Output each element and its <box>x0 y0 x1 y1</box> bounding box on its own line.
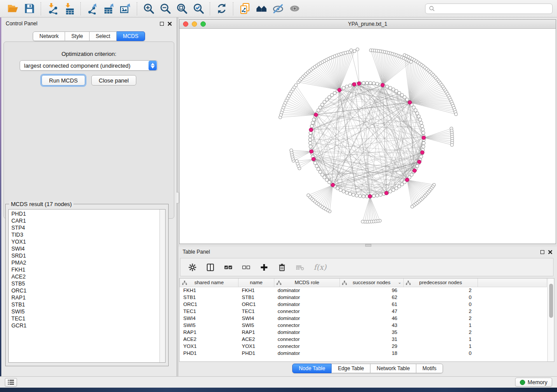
cell-successor[interactable]: 47 <box>340 308 404 315</box>
tab-style[interactable]: Style <box>65 31 90 41</box>
column-header-shared-name[interactable]: shared name <box>180 279 239 287</box>
deselect-all-rows-icon[interactable] <box>242 263 250 272</box>
cell-successor[interactable]: 96 <box>340 287 404 294</box>
float-panel-icon[interactable] <box>160 22 164 26</box>
cell-name[interactable]: YOX1 <box>239 343 274 350</box>
cell-successor[interactable]: 29 <box>340 343 404 350</box>
result-node-item[interactable]: GCR1 <box>11 322 165 329</box>
result-node-item[interactable]: STB5 <box>11 280 165 287</box>
result-node-item[interactable]: STP4 <box>11 224 165 231</box>
table-row[interactable]: YOX1YOX1connector291 <box>180 343 547 350</box>
export-image-icon[interactable] <box>117 1 134 16</box>
cell-mcds_role[interactable]: connector <box>274 336 340 343</box>
column-header-MCDS-role[interactable]: MCDS role <box>274 279 340 287</box>
new-network-from-selection-icon[interactable] <box>236 1 253 16</box>
cell-predecessor[interactable]: 0 <box>404 350 478 357</box>
column-header-name[interactable]: name <box>239 279 274 287</box>
scrollbar-thumb[interactable] <box>549 284 553 318</box>
cell-predecessor[interactable]: 2 <box>404 329 478 336</box>
table-row[interactable]: ACE2ACE2connector311 <box>180 336 547 343</box>
tab-edge-table[interactable]: Edge Table <box>332 364 370 373</box>
cell-mcds_role[interactable]: connector <box>274 322 340 329</box>
mcds-result-listbox[interactable]: PHD1CAR1STP4TID3YOX1SWI4SRD1PMA2FKH1ACE2… <box>8 209 166 363</box>
open-file-icon[interactable] <box>4 1 21 16</box>
cell-shared_name[interactable]: SWI5 <box>180 322 239 329</box>
cell-shared_name[interactable]: YOX1 <box>180 343 239 350</box>
cell-shared_name[interactable]: TEC1 <box>180 308 239 315</box>
cell-mcds_role[interactable]: connector <box>274 308 340 315</box>
cell-mcds_role[interactable]: dominator <box>274 287 340 294</box>
cell-predecessor[interactable]: 1 <box>404 343 478 350</box>
result-node-item[interactable]: SWI5 <box>11 308 165 315</box>
cell-name[interactable]: RAP1 <box>239 329 274 336</box>
table-row[interactable]: STB1STB1dominator620 <box>180 294 547 301</box>
cell-shared_name[interactable]: ORC1 <box>180 301 239 308</box>
tab-select[interactable]: Select <box>90 31 117 41</box>
close-panel-button[interactable]: Close panel <box>91 75 136 86</box>
table-scrollbar[interactable] <box>547 279 554 361</box>
table-row[interactable]: RAP1RAP1dominator352 <box>180 329 547 336</box>
network-window-titlebar[interactable]: YPA_prune.txt_1 <box>180 20 556 29</box>
zoom-fit-icon[interactable] <box>173 1 190 16</box>
result-node-item[interactable]: STB1 <box>11 301 165 308</box>
cell-successor[interactable]: 31 <box>340 336 404 343</box>
apply-layout-icon[interactable] <box>213 1 230 16</box>
result-node-item[interactable]: TEC1 <box>11 315 165 322</box>
table-row[interactable]: SWI5SWI5connector431 <box>180 322 547 329</box>
task-history-button[interactable] <box>5 378 17 387</box>
cell-name[interactable]: PHD1 <box>239 350 274 357</box>
show-all-icon[interactable] <box>286 1 303 16</box>
zoom-out-icon[interactable] <box>157 1 173 16</box>
cell-successor[interactable]: 43 <box>340 322 404 329</box>
cell-predecessor[interactable]: 1 <box>404 336 478 343</box>
cell-name[interactable]: ACE2 <box>239 336 274 343</box>
import-network-icon[interactable] <box>44 1 61 16</box>
cell-successor[interactable]: 61 <box>340 301 404 308</box>
table-row[interactable]: SWI4SWI4dominator462 <box>180 315 547 322</box>
cell-predecessor[interactable]: 2 <box>404 308 478 315</box>
cell-predecessor[interactable]: 0 <box>404 294 478 301</box>
cell-predecessor[interactable]: 0 <box>404 301 478 308</box>
cell-name[interactable]: TEC1 <box>239 308 274 315</box>
float-panel-icon[interactable] <box>540 250 544 254</box>
result-node-item[interactable]: CAR1 <box>11 217 165 224</box>
select-all-rows-icon[interactable] <box>224 263 232 272</box>
add-column-icon[interactable] <box>260 263 268 272</box>
cell-shared_name[interactable]: FKH1 <box>180 287 239 294</box>
cell-name[interactable]: SWI4 <box>239 315 274 322</box>
cell-name[interactable]: ORC1 <box>239 301 274 308</box>
cell-name[interactable]: SWI5 <box>239 322 274 329</box>
table-row[interactable]: ORC1ORC1dominator610 <box>180 301 547 308</box>
mcds-list-scrollbar[interactable] <box>159 210 165 362</box>
import-table-icon[interactable] <box>61 1 77 16</box>
search-input[interactable] <box>437 6 549 12</box>
table-row[interactable]: PHD1PHD1dominator180 <box>180 350 547 357</box>
delete-columns-icon[interactable] <box>278 263 286 272</box>
cell-successor[interactable]: 35 <box>340 329 404 336</box>
tab-network[interactable]: Network <box>33 31 65 41</box>
export-table-icon[interactable] <box>100 1 117 16</box>
result-node-item[interactable]: PMA2 <box>11 259 165 266</box>
cell-successor[interactable]: 18 <box>340 350 404 357</box>
table-row[interactable]: TEC1TEC1connector472 <box>180 308 547 315</box>
network-canvas[interactable] <box>180 29 556 244</box>
cell-successor[interactable]: 62 <box>340 294 404 301</box>
result-node-item[interactable]: RAP1 <box>11 294 165 301</box>
result-node-item[interactable]: FKH1 <box>11 266 165 273</box>
tab-motifs[interactable]: Motifs <box>416 364 443 373</box>
cell-mcds_role[interactable]: dominator <box>274 350 340 357</box>
table-row[interactable]: FKH1FKH1dominator962 <box>180 287 547 294</box>
cell-shared_name[interactable]: RAP1 <box>180 329 239 336</box>
cell-mcds_role[interactable]: dominator <box>274 301 340 308</box>
hide-selected-icon[interactable] <box>270 1 286 16</box>
cell-mcds_role[interactable]: connector <box>274 343 340 350</box>
table-options-icon[interactable] <box>188 263 197 272</box>
zoom-selected-icon[interactable] <box>190 1 207 16</box>
cell-predecessor[interactable]: 2 <box>404 287 478 294</box>
cell-shared_name[interactable]: PHD1 <box>180 350 239 357</box>
cell-successor[interactable]: 46 <box>340 315 404 322</box>
cell-mcds_role[interactable]: dominator <box>274 294 340 301</box>
memory-button[interactable]: Memory <box>515 378 552 387</box>
zoom-in-icon[interactable] <box>140 1 157 16</box>
result-node-item[interactable]: TID3 <box>11 231 165 238</box>
